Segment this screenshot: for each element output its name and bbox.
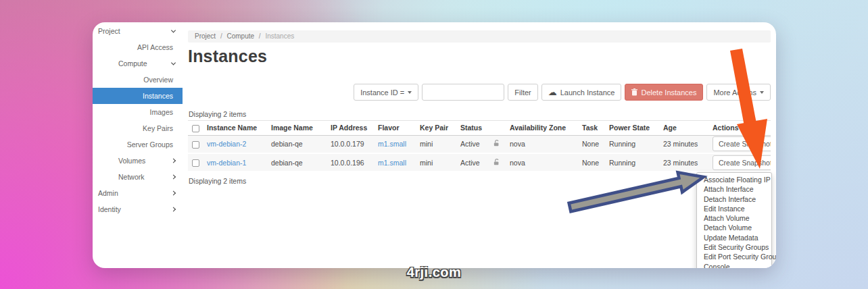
sidebar-item-label: Network (118, 173, 145, 181)
age-cell: 23 minutes (659, 153, 708, 172)
breadcrumb-compute[interactable]: Compute (226, 32, 254, 40)
image-name-cell: debian-qe (267, 153, 327, 172)
unlock-icon (493, 140, 500, 147)
breadcrumb-instances: Instances (265, 32, 294, 40)
column-ip-address[interactable]: IP Address (327, 121, 374, 136)
table-row: vm-debian-2 debian-qe 10.0.0.179 m1.smal… (188, 135, 771, 153)
sidebar-item-label: Project (98, 27, 120, 35)
sidebar-item-label: Overview (143, 76, 173, 84)
column-instance-name[interactable]: Instance Name (203, 121, 267, 136)
sidebar-item-key-pairs[interactable]: Key Pairs (93, 120, 183, 136)
status-cell: Active (456, 153, 487, 172)
column-age[interactable]: Age (659, 121, 708, 136)
sidebar-item-label: Key Pairs (143, 124, 173, 132)
breadcrumb-separator: / (220, 32, 222, 40)
create-snapshot-button[interactable]: Create Snapshot (713, 155, 771, 170)
sidebar-item-instances[interactable]: Instances (93, 88, 183, 104)
filter-button[interactable]: Filter (508, 84, 537, 101)
row-checkbox[interactable] (192, 141, 199, 149)
flavor-link[interactable]: m1.small (378, 140, 406, 148)
delete-instances-label: Delete Instances (641, 88, 696, 97)
column-task[interactable]: Task (578, 121, 605, 136)
search-input[interactable] (422, 84, 504, 101)
column-lock (487, 121, 506, 136)
items-count-top: Displaying 2 items (189, 110, 246, 118)
watermark: 4rji.com (0, 265, 868, 280)
sidebar-item-compute[interactable]: Compute (93, 55, 183, 72)
filter-field-label: Instance ID = (360, 88, 404, 97)
page-title: Instances (188, 47, 267, 66)
sidebar-item-api-access[interactable]: API Access (93, 39, 183, 55)
sidebar-item-label: Compute (118, 59, 147, 68)
column-flavor[interactable]: Flavor (374, 121, 416, 136)
key-pair-cell: mini (416, 135, 456, 153)
more-actions-button[interactable]: More Actions (706, 84, 771, 101)
status-cell: Active (456, 135, 487, 153)
flavor-link[interactable]: m1.small (378, 159, 406, 167)
launch-instance-label: Launch Instance (560, 88, 615, 97)
menu-item-detach-volume[interactable]: Detach Volume (697, 223, 771, 232)
sidebar-item-label: Images (150, 108, 173, 116)
row-actions-menu: Associate Floating IP Attach Interface D… (696, 172, 772, 268)
menu-item-edit-port-security-groups[interactable]: Edit Port Security Groups (697, 252, 771, 261)
instance-name-link[interactable]: vm-debian-2 (207, 140, 246, 148)
delete-instances-button[interactable]: Delete Instances (625, 84, 703, 101)
filter-field-dropdown[interactable]: Instance ID = (354, 84, 418, 101)
sidebar-item-volumes[interactable]: Volumes (93, 153, 183, 169)
power-state-cell: Running (605, 135, 659, 153)
create-snapshot-button[interactable]: Create Snapshot (713, 136, 771, 151)
menu-item-attach-interface[interactable]: Attach Interface (697, 184, 771, 194)
menu-item-detach-interface[interactable]: Detach Interface (697, 194, 771, 204)
chevron-down-icon (171, 28, 176, 32)
toolbar: Instance ID = Filter ☁ Launch Instance D… (354, 84, 771, 101)
column-key-pair[interactable]: Key Pair (416, 121, 456, 136)
chevron-right-icon (171, 158, 176, 163)
instance-name-link[interactable]: vm-debian-1 (207, 159, 246, 167)
select-all-checkbox[interactable] (192, 125, 199, 132)
chevron-right-icon (171, 174, 176, 179)
sidebar-item-label: API Access (137, 43, 173, 51)
sidebar-item-label: Identity (98, 205, 121, 213)
ip-address-cell: 10.0.0.196 (327, 153, 374, 172)
menu-item-associate-floating-ip[interactable]: Associate Floating IP (697, 175, 771, 184)
sidebar-item-project[interactable]: Project (93, 23, 183, 39)
sidebar-item-images[interactable]: Images (93, 104, 183, 120)
sidebar-item-network[interactable]: Network (93, 169, 183, 185)
chevron-right-icon (171, 207, 176, 211)
items-count-bottom: Displaying 2 items (189, 177, 246, 185)
sidebar: Project API Access Compute Overview Inst… (93, 22, 183, 268)
key-pair-cell: mini (416, 153, 456, 172)
sidebar-item-identity[interactable]: Identity (93, 201, 183, 217)
sidebar-item-label: Admin (98, 189, 118, 197)
dashboard-card: Project API Access Compute Overview Inst… (93, 22, 776, 268)
caret-down-icon (408, 91, 412, 94)
row-checkbox[interactable] (192, 159, 199, 167)
instances-table: Instance Name Image Name IP Address Flav… (188, 120, 771, 172)
ip-address-cell: 10.0.0.179 (327, 135, 374, 153)
sidebar-item-label: Server Groups (127, 140, 173, 149)
column-actions: Actions (708, 121, 771, 136)
filter-button-label: Filter (514, 88, 531, 97)
column-power-state[interactable]: Power State (605, 121, 659, 136)
column-availability-zone[interactable]: Availability Zone (506, 121, 578, 136)
breadcrumb-project[interactable]: Project (195, 32, 216, 40)
sidebar-item-label: Volumes (118, 157, 145, 165)
launch-instance-button[interactable]: ☁ Launch Instance (541, 84, 622, 101)
menu-item-edit-security-groups[interactable]: Edit Security Groups (697, 242, 771, 252)
sidebar-item-overview[interactable]: Overview (93, 72, 183, 88)
more-actions-label: More Actions (713, 88, 756, 97)
sidebar-item-admin[interactable]: Admin (93, 185, 183, 201)
menu-item-edit-instance[interactable]: Edit Instance (697, 204, 771, 213)
menu-item-update-metadata[interactable]: Update Metadata (697, 233, 771, 242)
chevron-right-icon (171, 190, 176, 195)
age-cell: 23 minutes (659, 135, 708, 153)
menu-item-attach-volume[interactable]: Attach Volume (697, 213, 771, 223)
main-content: Project / Compute / Instances Instances … (188, 22, 772, 268)
caret-down-icon (760, 91, 764, 94)
column-image-name[interactable]: Image Name (267, 121, 327, 136)
sidebar-item-server-groups[interactable]: Server Groups (93, 136, 183, 153)
column-status[interactable]: Status (456, 121, 487, 136)
trash-icon (631, 88, 637, 96)
unlock-icon (493, 159, 500, 165)
breadcrumb-separator: / (259, 32, 261, 40)
